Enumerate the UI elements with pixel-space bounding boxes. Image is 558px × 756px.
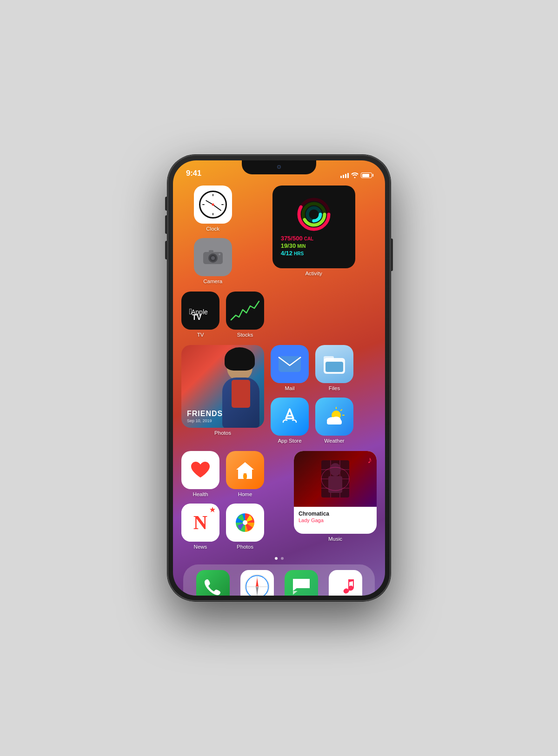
screen-content: Clock: [173, 183, 385, 596]
music-widget-container: ♪ Chromatica Lady Gaga Music: [294, 451, 377, 542]
svg-rect-18: [326, 362, 343, 372]
photos-icon: [226, 504, 264, 542]
clock-label: Clock: [206, 226, 219, 232]
app-photos-widget[interactable]: FRIENDS Sep 10, 2019 Photos: [181, 345, 264, 436]
exercise-stat: 19/30 MIN: [281, 242, 349, 249]
app-photos[interactable]: Photos: [226, 504, 264, 550]
music-artist: Lady Gaga: [299, 517, 372, 523]
tv-stocks-col: Apple TV  TV: [181, 292, 287, 338]
safari-svg: [244, 573, 271, 596]
news-n-letter: N: [193, 513, 207, 532]
dock-music-icon: [329, 570, 362, 596]
weather-icon: [315, 398, 353, 436]
page-dots: [181, 557, 377, 560]
files-svg: [322, 352, 347, 376]
svg-rect-15: [279, 356, 301, 372]
activity-label: Activity: [305, 271, 322, 276]
svg-text:TV: TV: [192, 313, 202, 320]
health-icon: [181, 451, 219, 489]
health-home-row: Health: [181, 451, 287, 497]
signal-icon: [340, 173, 349, 178]
row-1: Clock: [181, 186, 377, 284]
activity-widget-container: 375/500 CAL 19/30 MIN 4/12: [251, 186, 377, 276]
app-weather[interactable]: Weather: [315, 398, 353, 444]
stocks-label: Stocks: [237, 332, 253, 338]
svg-text:: : [189, 307, 193, 316]
photos-overlay: FRIENDS Sep 10, 2019: [187, 410, 223, 423]
right-apps-grid: Mail: [271, 345, 377, 444]
home-svg: [233, 458, 257, 482]
left-apps-col: Health: [181, 451, 287, 550]
music-note-icon: ♪: [367, 455, 372, 465]
move-unit: CAL: [304, 236, 314, 241]
appstore-weather-row: App Store: [271, 398, 377, 444]
app-files[interactable]: Files: [315, 345, 353, 391]
volume-up-button[interactable]: [165, 215, 167, 234]
app-stocks[interactable]: Stocks: [226, 292, 264, 338]
phone-body: 9:41: [167, 155, 391, 601]
photos-widget-label: Photos: [214, 430, 231, 436]
status-time: 9:41: [186, 169, 201, 178]
photos-friends-text: FRIENDS: [187, 410, 223, 418]
phone-svg: [204, 577, 222, 596]
col-clock-camera: Clock: [181, 186, 244, 284]
app-camera[interactable]: Camera: [181, 238, 244, 284]
files-label: Files: [329, 385, 340, 391]
mail-svg: [278, 355, 302, 373]
spacer-activity: [294, 292, 377, 338]
mail-icon: [271, 345, 309, 383]
app-activity[interactable]: 375/500 CAL 19/30 MIN 4/12: [251, 186, 377, 276]
app-health[interactable]: Health: [181, 451, 219, 497]
photos-date-text: Sep 10, 2019: [187, 418, 223, 423]
battery-icon: [361, 172, 372, 178]
dot-2: [281, 557, 284, 560]
row-3-4: FRIENDS Sep 10, 2019 Photos: [181, 345, 377, 444]
svg-point-5: [219, 253, 220, 255]
phone-container: 9:41: [167, 155, 391, 601]
dot-1: [275, 557, 278, 560]
activity-rings: [297, 198, 331, 231]
dock-app-safari[interactable]: [240, 570, 274, 596]
photos-widget-box: FRIENDS Sep 10, 2019: [181, 345, 264, 428]
clock-icon: [194, 186, 232, 224]
app-music-widget[interactable]: ♪ Chromatica Lady Gaga Music: [294, 451, 377, 542]
app-tv[interactable]: Apple TV  TV: [181, 292, 219, 338]
home-label: Home: [238, 491, 252, 497]
tv-svg: Apple TV : [188, 301, 213, 320]
app-mail[interactable]: Mail: [271, 345, 309, 391]
svg-point-30: [243, 520, 247, 525]
album-art-area: ♪: [294, 451, 377, 507]
app-appstore[interactable]: App Store: [271, 398, 309, 444]
mute-button[interactable]: [165, 197, 167, 211]
dock-app-phone[interactable]: [196, 570, 230, 596]
stocks-svg: [229, 297, 261, 325]
files-icon: [315, 345, 353, 383]
dock-safari-icon: [240, 570, 274, 596]
dock: [183, 564, 375, 596]
app-home[interactable]: Home: [226, 451, 264, 497]
row-5-6: Health: [181, 451, 377, 550]
weather-svg: [321, 405, 347, 428]
news-icon: N: [181, 504, 219, 542]
move-stat: 375/500 CAL: [281, 235, 349, 242]
photos-app-label: Photos: [237, 544, 253, 550]
camera-icon: [194, 238, 232, 276]
health-svg: [189, 460, 212, 480]
volume-down-button[interactable]: [165, 241, 167, 259]
power-button[interactable]: [391, 239, 393, 271]
music-song-info: Chromatica Lady Gaga: [294, 507, 377, 527]
mail-label: Mail: [285, 385, 294, 391]
status-icons: [340, 172, 372, 178]
dock-app-music[interactable]: [329, 570, 362, 596]
stand-stat: 4/12 HRS: [281, 250, 349, 257]
svg-rect-28: [243, 474, 247, 479]
dock-app-messages[interactable]: [285, 570, 318, 596]
music-dock-svg: [335, 577, 356, 596]
music-title: Chromatica: [299, 511, 372, 517]
phone-screen: 9:41: [173, 160, 385, 596]
app-news[interactable]: N: [181, 504, 219, 550]
app-clock[interactable]: Clock: [181, 186, 244, 232]
music-widget-box: ♪ Chromatica Lady Gaga: [294, 451, 377, 534]
health-label: Health: [193, 491, 208, 497]
stocks-icon: [226, 292, 264, 330]
